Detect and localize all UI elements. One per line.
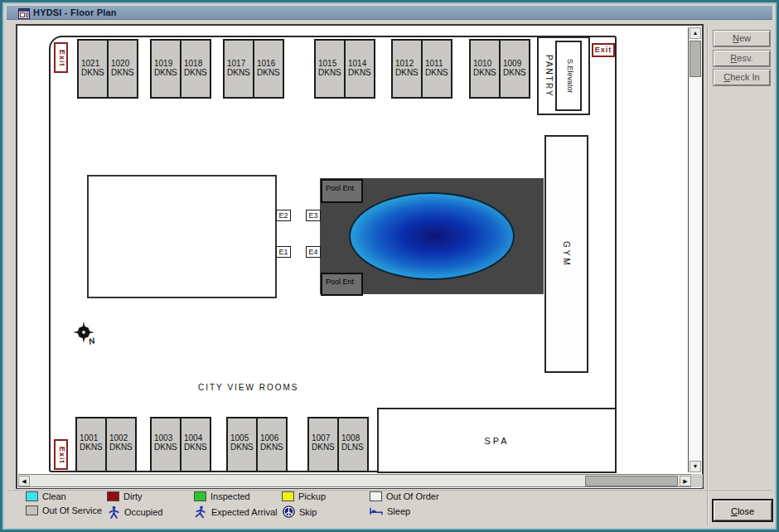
horizontal-scrollbar-thumb[interactable] bbox=[585, 476, 678, 486]
room-pair: 1005DKNS1006DKNS bbox=[226, 417, 288, 472]
room-number: 1005 bbox=[230, 433, 256, 443]
room-type: DLNS bbox=[341, 443, 367, 452]
room-pair: 1007DKNS1008DLNS bbox=[307, 417, 369, 472]
occupied-icon bbox=[107, 505, 120, 519]
expected-arrival-icon bbox=[194, 505, 207, 519]
bottom-room-row: 1001DKNS1002DKNS1003DKNS1004DKNS1005DKNS… bbox=[2, 2, 777, 530]
room-pair: 1003DKNS1004DKNS bbox=[150, 417, 211, 472]
room-1007[interactable]: 1007DKNS bbox=[309, 418, 337, 471]
room-number: 1004 bbox=[184, 433, 210, 443]
room-1004[interactable]: 1004DKNS bbox=[180, 418, 210, 471]
legend-item-sleep: Sleep bbox=[370, 505, 410, 516]
legend-swatch bbox=[107, 491, 119, 501]
room-number: 1002 bbox=[109, 433, 135, 443]
room-1006[interactable]: 1006DKNS bbox=[256, 418, 286, 471]
room-number: 1001 bbox=[80, 433, 105, 443]
room-number: 1008 bbox=[341, 433, 367, 443]
vertical-scrollbar[interactable]: ▲ ▼ bbox=[688, 27, 701, 472]
legend-row-1: CleanDirtyInspectedPickupOut Of Order bbox=[16, 491, 768, 505]
legend-swatch bbox=[26, 491, 38, 501]
legend-item-occupied: Occupied bbox=[107, 505, 162, 519]
scroll-right-button[interactable]: ▶ bbox=[680, 476, 691, 486]
resv-button[interactable]: Resv. bbox=[713, 50, 771, 67]
legend-swatch bbox=[26, 505, 38, 515]
legend-item-pickup: Pickup bbox=[282, 491, 326, 501]
legend-item-skip: Skip bbox=[282, 505, 317, 518]
room-1008[interactable]: 1008DLNS bbox=[337, 418, 367, 471]
legend-item-out-of-order: Out Of Order bbox=[370, 491, 439, 501]
scrollbar-corner bbox=[691, 474, 703, 487]
room-type: DKNS bbox=[154, 443, 180, 452]
room-1001[interactable]: 1001DKNS bbox=[77, 418, 105, 471]
legend-item-clean: Clean bbox=[26, 491, 66, 501]
legend-label: Clean bbox=[42, 491, 66, 501]
vertical-scrollbar-thumb[interactable] bbox=[689, 41, 701, 77]
check-in-button[interactable]: Check In bbox=[713, 69, 771, 86]
legend-label: Expected Arrival bbox=[211, 507, 277, 517]
legend-row-2: Out Of ServiceOccupiedExpected ArrivalSk… bbox=[16, 505, 768, 520]
legend-divider bbox=[7, 489, 772, 491]
skip-icon bbox=[282, 505, 295, 518]
room-number: 1003 bbox=[154, 433, 180, 443]
legend-label: Out Of Service bbox=[42, 505, 102, 515]
new-button[interactable]: New bbox=[713, 30, 771, 47]
room-number: 1006 bbox=[260, 433, 286, 443]
sleep-icon bbox=[370, 505, 383, 516]
legend-item-inspected: Inspected bbox=[194, 491, 250, 501]
room-1003[interactable]: 1003DKNS bbox=[152, 418, 180, 471]
room-type: DKNS bbox=[109, 443, 135, 452]
legend-item-out-of-service: Out Of Service bbox=[26, 505, 102, 515]
side-panel-divider bbox=[707, 26, 709, 526]
legend-label: Occupied bbox=[124, 507, 162, 517]
room-type: DKNS bbox=[312, 443, 337, 452]
room-pair: 1001DKNS1002DKNS bbox=[75, 417, 137, 472]
scroll-up-button[interactable]: ▲ bbox=[689, 27, 701, 39]
floor-plan-window: HYDSI - Floor Plan Exit Exit Exit PANTRY… bbox=[0, 0, 779, 532]
legend-label: Out Of Order bbox=[386, 491, 439, 501]
legend-label: Pickup bbox=[298, 491, 326, 501]
legend-label: Skip bbox=[299, 507, 317, 517]
horizontal-scrollbar[interactable]: ◀ ▶ bbox=[18, 474, 691, 487]
legend-label: Dirty bbox=[123, 491, 143, 501]
legend-label: Sleep bbox=[387, 506, 410, 516]
legend-item-expected-arrival: Expected Arrival bbox=[194, 505, 277, 519]
legend-item-dirty: Dirty bbox=[107, 491, 143, 501]
room-type: DKNS bbox=[184, 443, 210, 452]
room-number: 1007 bbox=[312, 433, 337, 443]
legend-label: Inspected bbox=[210, 491, 250, 501]
scroll-down-button[interactable]: ▼ bbox=[689, 461, 701, 472]
legend-swatch bbox=[282, 491, 294, 501]
room-type: DKNS bbox=[260, 443, 286, 452]
legend-swatch bbox=[370, 491, 382, 501]
room-1002[interactable]: 1002DKNS bbox=[105, 418, 135, 471]
scroll-left-button[interactable]: ◀ bbox=[18, 476, 30, 486]
legend-swatch bbox=[194, 491, 206, 501]
room-type: DKNS bbox=[80, 443, 105, 452]
room-1005[interactable]: 1005DKNS bbox=[228, 418, 256, 471]
room-type: DKNS bbox=[230, 443, 256, 452]
